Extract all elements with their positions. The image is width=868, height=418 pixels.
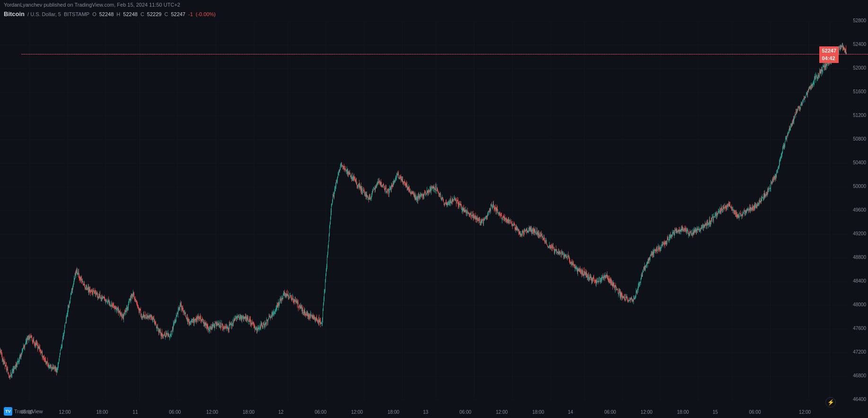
time-tick: 06:00 — [459, 409, 471, 415]
high-value: 52248 — [123, 11, 138, 17]
price-chart[interactable] — [0, 21, 847, 400]
price-tick: 47200 — [853, 349, 866, 355]
change-value: -1 — [188, 11, 193, 17]
time-tick: 18:00 — [532, 409, 544, 415]
price-tick: 52400 — [853, 42, 866, 47]
exchange: BITSTAMP — [64, 11, 89, 17]
time-tick: 15 — [713, 409, 718, 415]
time-tick: 12 — [278, 409, 283, 415]
time-tick: 18:00 — [96, 409, 108, 415]
time-tick: 14 — [568, 409, 573, 415]
time-tick: 06:00 — [749, 409, 761, 415]
price-axis: 5280052400520005160051200508005040050000… — [840, 21, 868, 400]
price-tick: 48800 — [853, 255, 866, 260]
price-tick: 52800 — [853, 18, 866, 23]
high-label: H — [116, 11, 120, 17]
time-tick: 12:00 — [799, 409, 811, 415]
time-tick: 12:00 — [496, 409, 508, 415]
flash-icon[interactable]: ⚡ — [825, 397, 836, 408]
price-tick: 46800 — [853, 373, 866, 378]
time-tick: 06:00 — [169, 409, 181, 415]
chart-container: YordanLyanchev published on TradingView.… — [0, 0, 868, 418]
time-tick: 12:00 — [351, 409, 363, 415]
publisher-bar: YordanLyanchev published on TradingView.… — [0, 0, 868, 9]
time-tick: 12:00 — [206, 409, 218, 415]
pair-detail: / U.S. Dollar, 5 — [27, 11, 61, 17]
price-tick: 47600 — [853, 326, 866, 331]
current-price-badge: 52247 04:42 — [819, 46, 839, 63]
price-tick: 50400 — [853, 160, 866, 165]
close-label: C — [140, 11, 144, 17]
price-tick: 52000 — [853, 65, 866, 71]
flash-symbol: ⚡ — [827, 399, 834, 406]
price-tick: 50000 — [853, 184, 866, 189]
header-info: Bitcoin / U.S. Dollar, 5 BITSTAMP O 5224… — [4, 10, 216, 18]
ticker-name: Bitcoin — [4, 10, 25, 18]
time-tick: 11 — [132, 409, 138, 415]
time-tick: 06:00 — [21, 409, 33, 415]
price-tick: 50800 — [853, 136, 866, 142]
price-tick: 51600 — [853, 89, 866, 94]
publisher-text: YordanLyanchev published on TradingView.… — [4, 2, 180, 8]
time-tick: 06:00 — [315, 409, 326, 415]
price-tick: 49200 — [853, 231, 866, 236]
time-tick: 18:00 — [677, 409, 689, 415]
price-tick: 46400 — [853, 397, 866, 402]
current-price-time: 04:42 — [822, 55, 836, 62]
close-value: 52229 — [147, 11, 162, 17]
time-tick: 12:00 — [640, 409, 652, 415]
close2-value: 52247 — [171, 11, 185, 17]
time-tick: 18:00 — [243, 409, 254, 415]
current-price-value: 52247 — [822, 47, 836, 54]
close2-label: C — [164, 11, 168, 17]
open-label: O — [92, 11, 96, 17]
price-tick: 48000 — [853, 302, 866, 307]
time-axis: 06:0012:0018:001106:0012:0018:001206:001… — [0, 408, 847, 416]
price-tick: 51200 — [853, 113, 866, 118]
time-tick: 13 — [423, 409, 428, 415]
time-tick: 12:00 — [59, 409, 71, 415]
change-pct: (-0.00%) — [196, 11, 216, 17]
time-tick: 18:00 — [387, 409, 399, 415]
price-line — [21, 54, 868, 54]
price-tick: 48400 — [853, 278, 866, 284]
open-value: 52248 — [99, 11, 114, 17]
time-tick: 06:00 — [604, 409, 616, 415]
price-tick: 49600 — [853, 207, 866, 213]
